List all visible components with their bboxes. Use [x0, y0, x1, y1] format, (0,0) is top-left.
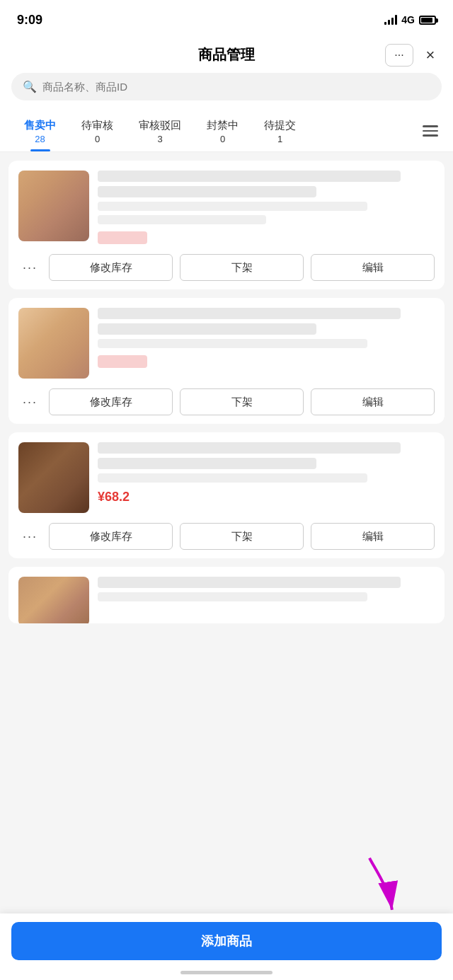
product-price-3: ¥68.2 [98, 490, 435, 505]
edit-inventory-label-2: 修改库存 [90, 396, 132, 409]
product-detail-blur-1b [98, 215, 266, 224]
product-title-blur-3 [98, 442, 401, 454]
tab-pending[interactable]: 待审核 0 [69, 110, 126, 151]
product-card-3: ¥68.2 ··· 修改库存 下架 编辑 [8, 432, 445, 558]
search-bar: 🔍 [11, 73, 442, 100]
status-icons: 4G [384, 14, 436, 25]
product-subtitle-blur-1 [98, 186, 316, 197]
tab-pending-name: 待审核 [81, 119, 113, 132]
tab-banned[interactable]: 封禁中 0 [194, 110, 251, 151]
tabs-wrapper: 售卖中 28 待审核 0 审核驳回 3 封禁中 0 待提交 1 [0, 110, 453, 152]
more-dots-1[interactable]: ··· [18, 258, 42, 278]
product-detail-blur-4 [98, 592, 367, 601]
product-content-4 [18, 577, 435, 623]
edit-inventory-label-1: 修改库存 [90, 261, 132, 275]
product-subtitle-blur-3 [98, 458, 316, 469]
edit-inventory-label-3: 修改库存 [90, 530, 132, 543]
tab-draft[interactable]: 待提交 1 [251, 110, 309, 151]
more-dots: ··· [394, 49, 403, 62]
product-thumb-2 [18, 308, 89, 379]
product-info-3: ¥68.2 [98, 442, 435, 513]
tabs-list: 售卖中 28 待审核 0 审核驳回 3 封禁中 0 待提交 1 [11, 110, 419, 151]
edit-inventory-btn-2[interactable]: 修改库存 [49, 388, 173, 415]
product-info-4 [98, 577, 435, 623]
product-thumb-3 [18, 442, 89, 513]
edit-label-1: 编辑 [362, 261, 384, 275]
add-product-button[interactable]: 添加商品 [11, 922, 442, 960]
page-title: 商品管理 [198, 45, 255, 64]
product-title-blur-1 [98, 171, 401, 182]
product-price-blur-1 [98, 231, 147, 244]
tab-rejected-name: 审核驳回 [139, 119, 181, 132]
product-actions-1: ··· 修改库存 下架 编辑 [18, 251, 435, 281]
product-thumb-4 [18, 577, 89, 623]
tab-rejected-count: 3 [157, 134, 162, 144]
tab-pending-count: 0 [95, 134, 100, 144]
product-list: ··· 修改库存 下架 编辑 ··· [0, 152, 453, 694]
add-product-label: 添加商品 [201, 933, 252, 950]
edit-btn-1[interactable]: 编辑 [311, 254, 435, 281]
tab-selling-count: 28 [35, 134, 45, 144]
tab-rejected[interactable]: 审核驳回 3 [126, 110, 194, 151]
arrow-annotation [354, 857, 411, 916]
tab-banned-name: 封禁中 [207, 119, 239, 132]
add-btn-wrapper: 添加商品 [0, 913, 453, 980]
edit-inventory-btn-3[interactable]: 修改库存 [49, 523, 173, 550]
more-dots-2[interactable]: ··· [18, 392, 42, 413]
close-icon: × [426, 46, 435, 64]
product-price-blur-2 [98, 355, 147, 368]
product-detail-blur-2 [98, 339, 367, 348]
product-thumb-1 [18, 171, 89, 241]
product-info-2 [98, 308, 435, 379]
delist-label-1: 下架 [231, 261, 253, 275]
header-actions: ··· × [385, 44, 442, 67]
tab-selling-name: 售卖中 [24, 119, 56, 132]
more-button[interactable]: ··· [385, 44, 413, 67]
header: 商品管理 ··· × [0, 35, 453, 64]
battery-icon [419, 16, 436, 25]
product-info-1 [98, 171, 435, 244]
product-title-blur-2 [98, 308, 401, 319]
product-content-1 [18, 171, 435, 244]
delist-btn-1[interactable]: 下架 [180, 254, 304, 281]
product-card-1: ··· 修改库存 下架 编辑 [8, 161, 445, 289]
delist-label-2: 下架 [231, 396, 253, 409]
product-detail-blur-1 [98, 202, 367, 211]
edit-inventory-btn-1[interactable]: 修改库存 [49, 254, 173, 281]
status-time: 9:09 [17, 13, 42, 28]
delist-btn-2[interactable]: 下架 [180, 388, 304, 415]
menu-line-1 [423, 125, 438, 127]
close-button[interactable]: × [419, 44, 442, 67]
product-actions-2: ··· 修改库存 下架 编辑 [18, 386, 435, 415]
product-card-2: ··· 修改库存 下架 编辑 [8, 298, 445, 424]
arrow-svg [346, 849, 419, 922]
product-detail-blur-3 [98, 473, 367, 483]
product-content-2 [18, 308, 435, 379]
more-dots-3[interactable]: ··· [18, 526, 42, 547]
product-subtitle-blur-2 [98, 323, 316, 335]
edit-btn-2[interactable]: 编辑 [311, 388, 435, 415]
network-label: 4G [401, 14, 415, 25]
search-input[interactable] [42, 81, 430, 93]
edit-btn-3[interactable]: 编辑 [311, 523, 435, 550]
menu-line-3 [423, 134, 438, 137]
edit-label-2: 编辑 [362, 396, 384, 409]
tab-draft-name: 待提交 [264, 119, 296, 132]
tab-selling[interactable]: 售卖中 28 [11, 110, 69, 151]
delist-label-3: 下架 [231, 530, 253, 543]
product-actions-3: ··· 修改库存 下架 编辑 [18, 520, 435, 550]
product-card-4 [8, 567, 445, 623]
status-bar: 9:09 4G [0, 0, 453, 35]
tabs-menu-button[interactable] [419, 120, 442, 142]
search-icon: 🔍 [23, 80, 37, 93]
product-content-3: ¥68.2 [18, 442, 435, 513]
edit-label-3: 编辑 [362, 530, 384, 543]
tab-draft-count: 1 [277, 134, 282, 144]
product-title-blur-4 [98, 577, 401, 588]
menu-line-2 [423, 130, 438, 132]
search-wrapper: 🔍 [0, 64, 453, 110]
home-indicator [180, 971, 273, 974]
tab-banned-count: 0 [220, 134, 225, 144]
signal-icon [384, 15, 397, 25]
delist-btn-3[interactable]: 下架 [180, 523, 304, 550]
